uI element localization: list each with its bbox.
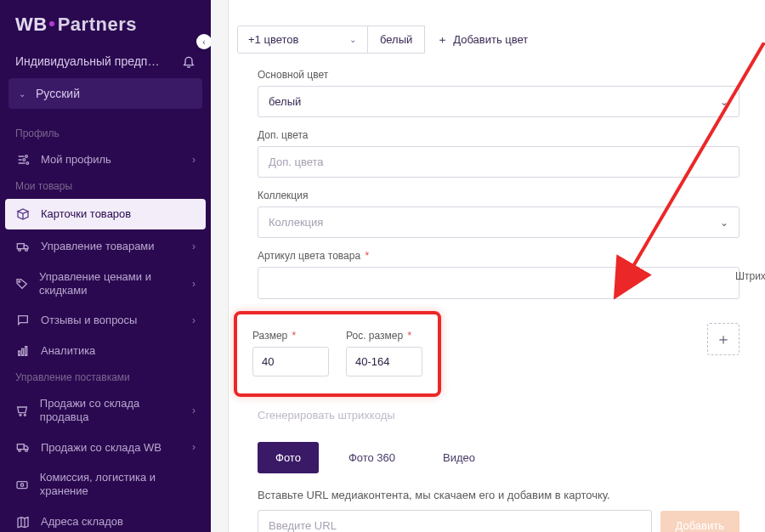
chart-icon (15, 344, 31, 358)
sidebar-item-wb-stock[interactable]: Продажи со склада WB › (0, 432, 211, 462)
field-collection: Коллекция Коллекция ⌄ (258, 190, 740, 238)
svg-point-11 (25, 414, 26, 416)
extra-colors-label: Доп. цвета (258, 129, 740, 141)
sidebar-item-label: Отзывы и вопросы (41, 314, 137, 327)
chevron-down-icon: ⌄ (349, 35, 356, 44)
current-color-chip[interactable]: белый (368, 25, 425, 54)
bell-icon[interactable] (182, 54, 196, 68)
tab-photo[interactable]: Фото (258, 442, 319, 473)
svg-rect-15 (17, 482, 27, 489)
svg-point-0 (26, 156, 28, 158)
sidebar-item-commission[interactable]: Комиссия, логистика и хранение (0, 462, 211, 506)
collection-select[interactable]: Коллекция ⌄ (258, 207, 740, 238)
truck-icon (15, 240, 31, 253)
sidebar-item-label: Адреса складов (41, 515, 123, 529)
chip2-label: белый (380, 33, 412, 46)
sidebar-item-profile[interactable]: Мой профиль › (0, 144, 211, 175)
sidebar-item-manage-products[interactable]: Управление товарами › (0, 231, 211, 262)
svg-rect-9 (26, 347, 27, 356)
collection-ph: Коллекция (269, 216, 323, 229)
main-color-select[interactable]: белый ⌄ (258, 86, 740, 117)
article-input[interactable] (258, 267, 740, 299)
field-main-color: Основной цвет белый ⌄ (258, 69, 740, 117)
sidebar-item-label: Управление ценами и скидками (39, 270, 182, 297)
main-color-value: белый (269, 95, 301, 108)
size-input[interactable] (252, 347, 329, 376)
add-color-button[interactable]: ＋ Добавить цвет (437, 32, 528, 48)
chevron-down-icon: ⌄ (720, 217, 728, 229)
add-size-row-button[interactable]: ＋ (707, 323, 740, 355)
article-label: Артикул цвета товара * (258, 250, 740, 262)
chevron-right-icon: › (192, 314, 196, 326)
sidebar-item-label: Продажи со склада WB (41, 441, 162, 455)
tab-photo360[interactable]: Фото 360 (331, 442, 413, 473)
media-tabs: Фото Фото 360 Видео (258, 442, 740, 473)
chevron-right-icon: › (192, 405, 196, 416)
chevron-right-icon: › (192, 278, 196, 290)
logo-dot-icon (49, 21, 54, 26)
logo[interactable]: WBPartners (0, 8, 211, 48)
svg-point-2 (26, 162, 29, 165)
size-highlight-block: Размер * Рос. размер * (234, 311, 441, 397)
svg-rect-3 (17, 244, 24, 249)
svg-point-6 (19, 280, 20, 282)
language-select[interactable]: ⌄ Русский (8, 78, 202, 109)
form-area: +1 цветов ⌄ белый ＋ Добавить цвет Основн… (228, 0, 765, 532)
svg-rect-7 (19, 351, 20, 355)
sidebar-item-cards[interactable]: Карточки товаров (5, 199, 206, 229)
plus-icon: ＋ (716, 329, 731, 349)
svg-point-5 (26, 249, 28, 252)
chevron-right-icon: › (192, 441, 196, 453)
svg-point-13 (19, 450, 21, 452)
user-row[interactable]: Индивидуальный предпр... (0, 48, 211, 78)
chat-icon (15, 314, 31, 327)
color-count-select[interactable]: +1 цветов ⌄ (237, 25, 368, 54)
sidebar: WBPartners ‹ Индивидуальный предпр... ⌄ … (0, 0, 211, 532)
chevron-down-icon: ⌄ (19, 89, 26, 99)
ru-size-label: Рос. размер * (346, 330, 422, 342)
sidebar-item-manage-prices[interactable]: Управление ценами и скидками › (0, 262, 211, 305)
svg-rect-8 (22, 349, 24, 356)
money-icon (15, 478, 30, 491)
field-article: Артикул цвета товара * (258, 250, 740, 299)
colors-bar: +1 цветов ⌄ белый ＋ Добавить цвет (237, 25, 740, 54)
url-help-text: Вставьте URL медиаконтента, мы скачаем е… (258, 489, 740, 501)
sidebar-item-analytics[interactable]: Аналитика (0, 336, 211, 366)
field-extra-colors: Доп. цвета Доп. цвета (258, 129, 740, 178)
generate-barcodes-link[interactable]: Сгенерировать штрихкоды (258, 409, 395, 422)
add-color-label: Добавить цвет (453, 33, 528, 46)
chevron-right-icon: › (192, 154, 196, 166)
chevron-down-icon: ⌄ (720, 96, 728, 108)
logo-rest: Partners (58, 14, 137, 35)
tab-video[interactable]: Видео (425, 442, 493, 473)
sidebar-item-label: Мой профиль (41, 153, 111, 167)
sidebar-collapse-button[interactable]: ‹ (196, 34, 211, 49)
extra-colors-input[interactable]: Доп. цвета (258, 146, 740, 178)
cart-icon (15, 404, 30, 417)
section-supply-label: Управление поставками (0, 366, 211, 388)
sidebar-item-seller-stock[interactable]: Продажи со склада продавца › (0, 388, 211, 432)
collection-label: Коллекция (258, 190, 740, 201)
sidebar-item-label: Управление товарами (41, 240, 155, 253)
media-add-button[interactable]: Добавить (660, 511, 740, 532)
barcode-label: Штрихкод товара * (735, 270, 765, 282)
extra-colors-ph: Доп. цвета (269, 156, 324, 168)
ru-size-input[interactable] (346, 347, 422, 376)
main-color-label: Основной цвет (258, 69, 740, 81)
sidebar-item-addresses[interactable]: Адреса складов (0, 507, 211, 532)
chevron-left-icon: ‹ (202, 37, 205, 47)
sidebar-item-label: Продажи со склада продавца (40, 397, 182, 423)
sidebar-item-label: Комиссия, логистика и хранение (40, 471, 196, 497)
svg-rect-12 (17, 444, 24, 450)
main: +1 цветов ⌄ белый ＋ Добавить цвет Основн… (211, 0, 765, 532)
sliders-icon (15, 153, 31, 167)
svg-point-4 (19, 249, 21, 252)
media-url-input[interactable]: Введите URL (258, 510, 652, 532)
sidebar-item-label: Аналитика (41, 344, 95, 358)
section-products-label: Мои товары (0, 175, 211, 197)
barcode-field: Штрихкод товара * (735, 269, 765, 282)
logo-wb: WB (15, 14, 48, 35)
svg-point-14 (26, 450, 28, 452)
plus-icon: ＋ (437, 32, 448, 48)
sidebar-item-reviews[interactable]: Отзывы и вопросы › (0, 305, 211, 336)
